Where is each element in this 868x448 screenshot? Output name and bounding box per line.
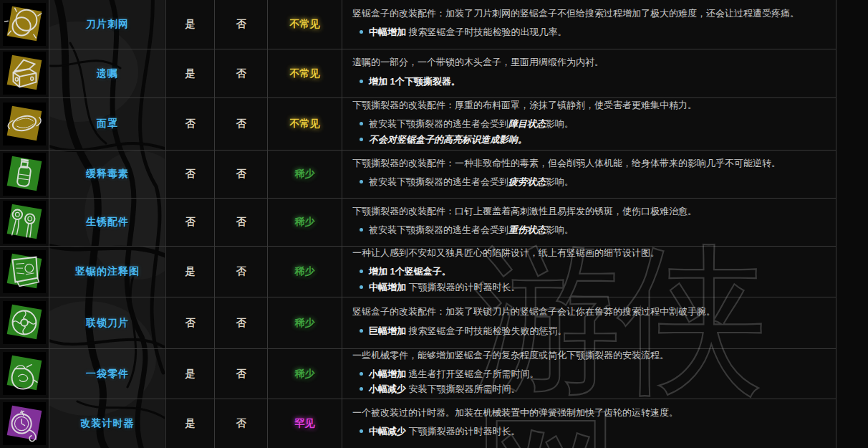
description-text: 下颚撕裂器的改装配件：一种非致命性的毒素，但会削弱人体机能，给身体带来的影响几乎… [352, 157, 826, 170]
rarity-label: 稀少 [295, 216, 315, 227]
bag-of-gears-icon [3, 352, 46, 395]
flag-value-2: 否 [236, 216, 246, 227]
flag-value-2: 否 [236, 67, 246, 79]
bullet-dot-icon [360, 30, 363, 34]
flag-cell-2: 否 [215, 97, 268, 150]
effect-item: 中幅增加 下颚撕裂器的计时器时长。 [360, 281, 826, 294]
addon-name-link[interactable]: 联锁刀片 [86, 317, 129, 328]
addon-name-link[interactable]: 面罩 [97, 118, 118, 129]
bullet-dot-icon [360, 270, 363, 273]
effects-list: 增加 1个下颚撕裂器。 [352, 73, 826, 90]
effect-item: 不会对竖锯盒子的高亮标识造成影响。 [360, 133, 826, 146]
flag-value-1: 是 [185, 417, 196, 429]
addon-icon-cell [0, 0, 49, 49]
flag-cell-2: 否 [215, 348, 268, 399]
flag-value-2: 否 [236, 417, 246, 429]
flag-value-1: 是 [185, 18, 196, 29]
rarity-label: 稀少 [295, 265, 315, 277]
bullet-dot-icon [360, 228, 363, 232]
addon-name-link[interactable]: 缓释毒素 [86, 168, 129, 179]
addon-row: 改装计时器 是 否 罕见 一个被改装过的计时器。加装在机械装置中的弹簧强制加快了… [0, 399, 836, 448]
rarity-label: 稀少 [295, 368, 315, 379]
addon-name-link[interactable]: 竖锯的注释图 [75, 265, 140, 277]
addon-row: 面罩 否 否 不常见 下颚撕裂器的改装配件：厚重的布料面罩，涂抹了镇静剂，使受害… [0, 97, 836, 150]
rarity-cell: 不常见 [268, 97, 342, 150]
flag-cell-2: 否 [215, 246, 268, 297]
addon-row: 缓释毒素 否 否 稀少 下颚撕裂器的改装配件：一种非致命性的毒素，但会削弱人体机… [0, 150, 836, 198]
flag-cell-1: 否 [166, 97, 215, 150]
effect-item: 被安装下颚撕裂器的逃生者会受到障目状态影响。 [360, 118, 826, 130]
effects-list: 小幅增加 逃生者打开竖锯盒子所需时间。小幅减少 安装下颚撕裂器所需时间。 [352, 366, 826, 398]
description-text: 竖锯盒子的改装配件：加装了联锁刀片的竖锯盒子会让你在鲁莽的搜索过程中割破手腕。 [352, 305, 826, 318]
rusty-attachments-icon [3, 201, 46, 244]
rarity-label: 不常见 [290, 18, 320, 29]
toxin-vial-icon [3, 153, 46, 196]
addon-icon[interactable] [3, 301, 46, 344]
flag-value-1: 是 [185, 265, 196, 277]
addons-table-page: 刀片刺网 是 否 不常见 竖锯盒子的改装配件：加装了刀片刺网的竖锯盒子不但给搜索… [0, 0, 868, 448]
flag-cell-1: 是 [166, 348, 215, 399]
flag-cell-2: 否 [215, 0, 268, 49]
flag-cell-1: 是 [166, 0, 215, 49]
bullet-dot-icon [360, 372, 363, 376]
addon-icon-cell [0, 399, 49, 448]
flag-cell-2: 否 [215, 198, 268, 246]
addon-description-cell: 竖锯盒子的改装配件：加装了刀片刺网的竖锯盒子不但给搜索过程增加了极大的难度，还会… [342, 0, 836, 49]
addon-description-cell: 竖锯盒子的改装配件：加装了联锁刀片的竖锯盒子会让你在鲁莽的搜索过程中割破手腕。 … [342, 297, 836, 348]
interlocking-blade-icon [3, 301, 46, 344]
addon-row: 竖锯的注释图 是 否 稀少 一种让人感到不安却又独具匠心的陷阱设计，纸上有竖锯画… [0, 246, 836, 297]
addon-icon-cell [0, 150, 49, 198]
description-text: 一些机械零件，能够增加竖锯盒子的复杂程度或简化下颚撕裂器的安装流程。 [352, 349, 826, 362]
addon-icon[interactable] [3, 52, 46, 95]
addon-icon[interactable] [3, 352, 46, 395]
rarity-cell: 稀少 [268, 246, 342, 297]
effects-list: 增加 1个竖锯盒子。中幅增加 下颚撕裂器的计时器时长。 [352, 263, 826, 295]
rarity-cell: 稀少 [268, 150, 342, 198]
flag-value-2: 否 [236, 368, 246, 379]
effect-item: 小幅增加 逃生者打开竖锯盒子所需时间。 [360, 368, 826, 381]
addon-description-cell: 下颚撕裂器的改装配件：口钉上覆盖着高刺激性且易挥发的锈斑，使伤口极难治愈。 被安… [342, 198, 836, 246]
addon-icon-cell [0, 198, 49, 246]
addon-icon[interactable] [3, 402, 46, 445]
rarity-label: 稀少 [295, 168, 315, 179]
addon-name-link[interactable]: 生锈配件 [86, 216, 129, 227]
addon-name-link[interactable]: 刀片刺网 [86, 18, 129, 29]
bullet-dot-icon [360, 138, 363, 141]
addon-icon-cell [0, 246, 49, 297]
flag-value-2: 否 [236, 168, 246, 179]
addon-icon[interactable] [3, 3, 46, 46]
description-text: 一种让人感到不安却又独具匠心的陷阱设计，纸上有竖锯画的细节设计图。 [352, 247, 826, 259]
flag-cell-1: 是 [166, 246, 215, 297]
bullet-dot-icon [360, 180, 363, 184]
description-text: 下颚撕裂器的改装配件：厚重的布料面罩，涂抹了镇静剂，使受害者更难集中精力。 [352, 99, 826, 112]
addon-description-cell: 下颚撕裂器的改装配件：厚重的布料面罩，涂抹了镇静剂，使受害者更难集中精力。 被安… [342, 97, 836, 150]
rarity-cell: 罕见 [268, 399, 342, 448]
addon-name-link[interactable]: 改装计时器 [81, 417, 135, 429]
flag-cell-2: 否 [215, 49, 268, 97]
rarity-cell: 不常见 [268, 49, 342, 97]
rarity-label: 不常见 [290, 67, 320, 79]
addon-icon-cell [0, 97, 49, 150]
addon-name-link[interactable]: 遗嘱 [97, 67, 118, 79]
flag-cell-1: 否 [166, 198, 215, 246]
annotated-plan-icon [3, 250, 46, 293]
addon-icon[interactable] [3, 103, 46, 146]
addon-name-link[interactable]: 一袋零件 [86, 368, 129, 379]
addon-description-cell: 遗嘱的一部分，一个带锁的木头盒子，里面用绸缎作为内衬。 增加 1个下颚撕裂器。 [342, 49, 836, 97]
rarity-cell: 不常见 [268, 0, 342, 49]
flag-cell-2: 否 [215, 297, 268, 348]
description-text: 下颚撕裂器的改装配件：口钉上覆盖着高刺激性且易挥发的锈斑，使伤口极难治愈。 [352, 205, 826, 218]
effects-list: 中幅减少 下颚撕裂器的计时器时长。 [352, 423, 826, 440]
bullet-dot-icon [360, 80, 363, 83]
addon-icon[interactable] [3, 201, 46, 244]
effects-list: 中幅增加 搜索竖锯盒子时技能检验的出现几率。 [352, 24, 826, 41]
rarity-label: 罕见 [295, 417, 315, 429]
addon-row: 刀片刺网 是 否 不常见 竖锯盒子的改装配件：加装了刀片刺网的竖锯盒子不但给搜索… [0, 0, 836, 49]
rarity-label: 稀少 [295, 317, 315, 328]
addon-icon[interactable] [3, 250, 46, 293]
flag-value-1: 是 [185, 67, 196, 79]
flag-cell-1: 是 [166, 49, 215, 97]
rarity-cell: 稀少 [268, 297, 342, 348]
description-text: 遗嘱的一部分，一个带锁的木头盒子，里面用绸缎作为内衬。 [352, 56, 826, 69]
addon-icon[interactable] [3, 153, 46, 196]
